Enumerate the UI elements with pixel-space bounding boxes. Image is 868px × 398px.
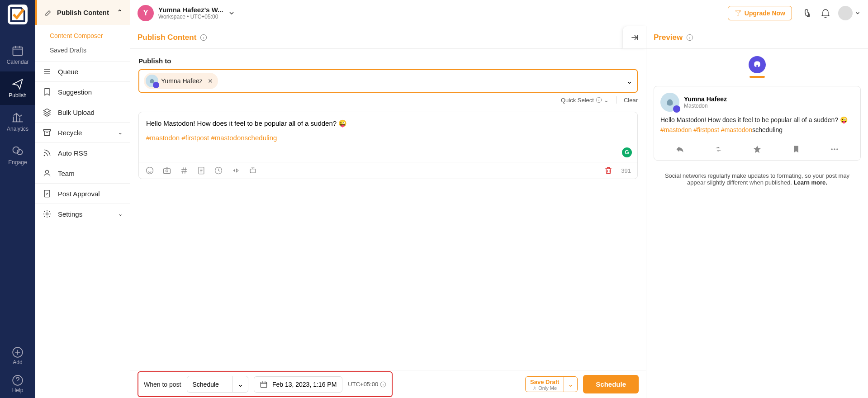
trash-icon[interactable] [604, 166, 613, 175]
secnav-post-approval[interactable]: Post Approval [35, 183, 130, 204]
preview-network-label: Mastodon [684, 103, 727, 109]
mastodon-badge-icon [673, 105, 680, 113]
camera-icon[interactable] [162, 166, 171, 175]
bookmark-icon[interactable] [792, 145, 801, 154]
composer-toolbar: 391 [139, 162, 637, 179]
user-avatar[interactable] [838, 6, 853, 20]
secondary-nav: Publish Content ⌃ Content Composer Saved… [35, 0, 130, 398]
post-textarea[interactable]: Hello Mastodon! How does it feel to be p… [139, 112, 637, 162]
account-chip: Yumna Hafeez [144, 73, 218, 89]
preview-text: Hello Mastodon! How does it feel to be p… [660, 116, 854, 123]
preview-header: Preview [646, 26, 868, 49]
ai-bot-icon[interactable] [248, 166, 257, 175]
svg-point-9 [46, 213, 48, 215]
timezone-value: UTC+05:00 [348, 381, 378, 388]
secnav-saved-drafts[interactable]: Saved Drafts [35, 43, 130, 57]
approval-icon [43, 189, 52, 198]
svg-point-24 [836, 148, 838, 150]
account-avatar [146, 75, 158, 87]
engage-icon [11, 145, 24, 157]
char-count: 391 [621, 167, 631, 174]
bell-icon[interactable] [820, 8, 831, 19]
schedule-icon[interactable] [214, 166, 223, 175]
schedule-mode-select[interactable]: Schedule ⌄ [187, 376, 248, 393]
publish-to-label: Publish to [138, 57, 638, 65]
collapse-preview-button[interactable] [622, 26, 646, 49]
secnav-bulk-upload[interactable]: Bulk Upload [35, 102, 130, 122]
schedule-mode-chevron-icon[interactable]: ⌄ [232, 376, 248, 392]
user-menu-chevron-icon[interactable] [854, 10, 861, 16]
save-draft-button[interactable]: Save Draft Only Me ⌄ [525, 376, 578, 392]
learn-more-link[interactable]: Learn more. [793, 179, 827, 186]
trophy-icon [735, 9, 742, 17]
rail-publish[interactable]: Publish [0, 71, 35, 105]
secnav-header-label: Publish Content [57, 9, 109, 16]
clear-button[interactable]: Clear [624, 97, 638, 104]
when-to-post-group: When to post Schedule ⌄ Feb 13, 2023, 1:… [138, 371, 393, 397]
preview-post-card: Yumna Hafeez Mastodon Hello Mastodon! Ho… [654, 86, 861, 161]
secnav-publish-content[interactable]: Publish Content ⌃ [35, 0, 130, 25]
info-icon[interactable] [686, 34, 693, 41]
hashtag-icon[interactable] [180, 166, 189, 175]
rail-help-label: Help [12, 387, 24, 393]
workspace-chevron-down-icon[interactable] [228, 9, 235, 17]
workspace-name: Yumna Hafeez's W... [158, 6, 223, 14]
rail-add[interactable]: Add [0, 342, 35, 370]
analytics-icon [11, 111, 24, 124]
emoji-icon[interactable] [145, 166, 154, 175]
post-body-text: Hello Mastodon! How does it feel to be p… [146, 119, 630, 128]
rail-help[interactable]: Help [0, 370, 35, 398]
composer-panel: Publish Content Publish to Yumna Hafeez [130, 26, 646, 398]
reply-icon[interactable] [675, 145, 684, 154]
calendar-icon [11, 44, 24, 57]
save-draft-chevron-icon[interactable]: ⌄ [564, 377, 577, 392]
template-icon[interactable] [197, 166, 206, 175]
schedule-button[interactable]: Schedule [583, 375, 639, 393]
quick-select-button[interactable]: Quick Select ⌄ [561, 97, 609, 104]
gear-icon [43, 209, 52, 218]
rail-engage-label: Engage [8, 159, 27, 166]
svg-point-12 [147, 167, 153, 174]
schedule-timezone: UTC+05:00 [348, 381, 386, 388]
secnav-recycle[interactable]: Recycle ⌄ [35, 122, 130, 142]
feedback-icon[interactable] [802, 8, 813, 19]
secnav-settings[interactable]: Settings ⌄ [35, 204, 130, 224]
calendar-icon [260, 380, 268, 389]
secnav-content-composer[interactable]: Content Composer [35, 28, 130, 43]
grammarly-icon[interactable]: G [622, 147, 632, 157]
svg-point-22 [831, 148, 833, 150]
boost-icon[interactable] [714, 145, 723, 154]
account-chip-name: Yumna Hafeez [161, 77, 203, 85]
rail-publish-label: Publish [9, 92, 26, 99]
bookmark-icon [43, 87, 52, 96]
network-active-indicator [749, 76, 765, 78]
preview-panel: Preview Yu [646, 26, 868, 398]
more-icon[interactable] [830, 145, 839, 154]
main: Y Yumna Hafeez's W... Workspace • UTC+05… [130, 0, 868, 398]
post-hashtags: #mastodon #firstpost #mastodonscheduling [146, 134, 630, 142]
workspace-info: Yumna Hafeez's W... Workspace • UTC+05:0… [158, 6, 223, 20]
left-rail: Calendar Publish Analytics Engage Add He… [0, 0, 35, 398]
integration-icon[interactable] [231, 166, 240, 175]
preview-avatar [660, 93, 679, 112]
rail-calendar[interactable]: Calendar [0, 38, 35, 71]
schedule-datetime-picker[interactable]: Feb 13, 2023, 1:16 PM [254, 376, 342, 393]
remove-account-icon[interactable] [207, 78, 213, 84]
svg-rect-13 [164, 169, 171, 174]
star-icon[interactable] [753, 145, 762, 154]
secnav-queue[interactable]: Queue [35, 61, 130, 81]
app-logo[interactable] [8, 5, 28, 24]
account-dropdown-chevron-icon[interactable]: ⌄ [626, 77, 632, 85]
rail-engage[interactable]: Engage [0, 138, 35, 172]
arrow-right-bar-icon [630, 33, 639, 42]
publish-to-selector[interactable]: Yumna Hafeez ⌄ [138, 69, 638, 93]
preview-network-tab[interactable] [654, 56, 861, 78]
topbar: Y Yumna Hafeez's W... Workspace • UTC+05… [130, 0, 868, 26]
rail-analytics[interactable]: Analytics [0, 105, 35, 138]
secnav-suggestion[interactable]: Suggestion [35, 81, 130, 102]
info-icon[interactable] [200, 34, 207, 41]
upgrade-button[interactable]: Upgrade Now [728, 6, 792, 20]
secnav-auto-rss[interactable]: Auto RSS [35, 142, 130, 163]
info-icon[interactable] [380, 381, 386, 388]
secnav-team[interactable]: Team [35, 163, 130, 183]
